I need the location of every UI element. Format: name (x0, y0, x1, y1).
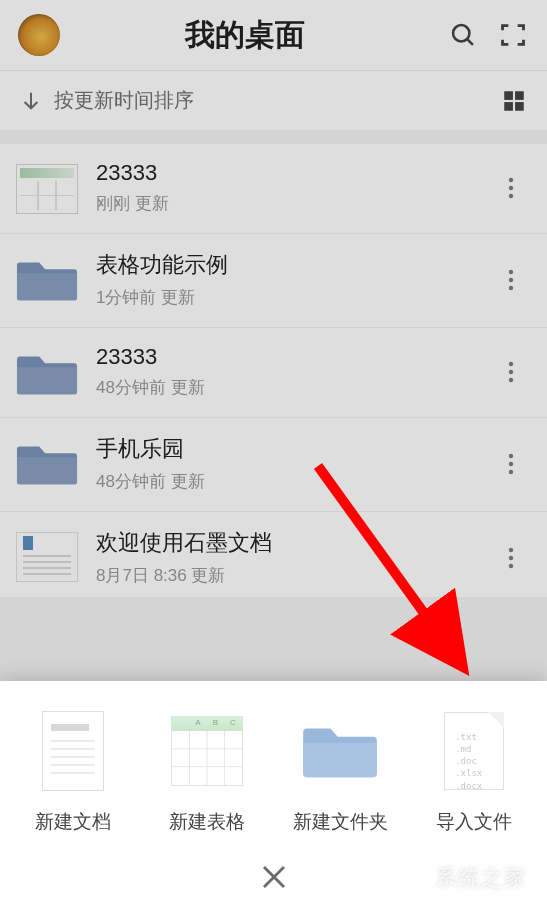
more-button[interactable] (491, 547, 531, 569)
scan-icon[interactable] (497, 19, 529, 51)
svg-rect-4 (515, 91, 524, 100)
sheet-item-label: 新建文件夹 (293, 809, 388, 835)
item-title: 表格功能示例 (96, 250, 491, 280)
page-title: 我的桌面 (60, 15, 429, 56)
svg-rect-25 (407, 881, 417, 889)
list-item[interactable]: 手机乐园 48分钟前 更新 (0, 418, 547, 512)
sort-label: 按更新时间排序 (54, 87, 194, 114)
avatar[interactable] (18, 14, 60, 56)
close-icon (259, 862, 289, 892)
svg-point-8 (509, 185, 513, 189)
svg-rect-3 (504, 91, 513, 100)
svg-point-19 (509, 547, 513, 551)
grid-icon (501, 88, 527, 114)
svg-rect-6 (515, 102, 524, 111)
svg-point-21 (509, 563, 513, 567)
sheet-item-label: 导入文件 (436, 809, 512, 835)
item-title: 23333 (96, 344, 491, 370)
svg-point-0 (453, 25, 469, 41)
svg-line-1 (467, 39, 473, 45)
folder-icon (16, 438, 78, 488)
more-button[interactable] (491, 361, 531, 383)
spreadsheet-icon: ABC (171, 716, 243, 786)
more-vert-icon (508, 547, 514, 569)
item-subtitle: 48分钟前 更新 (96, 470, 491, 493)
grid-view-toggle[interactable] (501, 88, 527, 114)
svg-point-12 (509, 285, 513, 289)
list-item[interactable]: 表格功能示例 1分钟前 更新 (0, 234, 547, 328)
item-title: 23333 (96, 160, 491, 186)
item-title: 欢迎使用石墨文档 (96, 528, 491, 558)
folder-icon (16, 254, 78, 304)
svg-point-11 (509, 277, 513, 281)
more-vert-icon (508, 269, 514, 291)
new-document-button[interactable]: 新建文档 (13, 707, 133, 835)
search-icon[interactable] (447, 19, 479, 51)
arrow-down-icon (20, 90, 42, 112)
more-button[interactable] (491, 453, 531, 475)
folder-icon (302, 707, 378, 795)
new-spreadsheet-button[interactable]: ABC 新建表格 (147, 707, 267, 835)
svg-point-13 (509, 361, 513, 365)
more-button[interactable] (491, 269, 531, 291)
list-item[interactable]: 欢迎使用石墨文档 8月7日 8:36 更新 (0, 512, 547, 597)
watermark-logo-icon (395, 864, 429, 892)
sort-bar: 按更新时间排序 (0, 70, 547, 130)
svg-point-7 (509, 177, 513, 181)
sheet-item-label: 新建文档 (35, 809, 111, 835)
list-item[interactable]: 23333 48分钟前 更新 (0, 328, 547, 418)
svg-point-14 (509, 369, 513, 373)
item-subtitle: 刚刚 更新 (96, 192, 491, 215)
more-button[interactable] (491, 177, 531, 199)
document-icon (42, 711, 104, 791)
svg-point-20 (509, 555, 513, 559)
app-header: 我的桌面 (0, 0, 547, 70)
more-vert-icon (508, 453, 514, 475)
svg-point-16 (509, 453, 513, 457)
item-subtitle: 1分钟前 更新 (96, 286, 491, 309)
item-title: 手机乐园 (96, 434, 491, 464)
svg-point-18 (509, 469, 513, 473)
import-file-button[interactable]: .txt .md .doc .xlsx .docx 导入文件 (414, 707, 534, 835)
watermark: 系统之家 (395, 863, 527, 893)
svg-point-10 (509, 269, 513, 273)
item-subtitle: 48分钟前 更新 (96, 376, 491, 399)
sheet-item-label: 新建表格 (169, 809, 245, 835)
item-subtitle: 8月7日 8:36 更新 (96, 564, 491, 587)
new-folder-button[interactable]: 新建文件夹 (280, 707, 400, 835)
spreadsheet-icon (16, 164, 78, 214)
import-icon: .txt .md .doc .xlsx .docx (444, 712, 504, 790)
file-list: 23333 刚刚 更新 表格功能示例 1分钟前 更新 23333 4 (0, 144, 547, 597)
document-icon (16, 532, 78, 582)
more-vert-icon (508, 361, 514, 383)
svg-point-15 (509, 377, 513, 381)
svg-rect-5 (504, 102, 513, 111)
sort-button[interactable]: 按更新时间排序 (20, 87, 501, 114)
svg-point-17 (509, 461, 513, 465)
folder-icon (16, 348, 78, 398)
svg-point-9 (509, 193, 513, 197)
list-item[interactable]: 23333 刚刚 更新 (0, 144, 547, 234)
more-vert-icon (508, 177, 514, 199)
